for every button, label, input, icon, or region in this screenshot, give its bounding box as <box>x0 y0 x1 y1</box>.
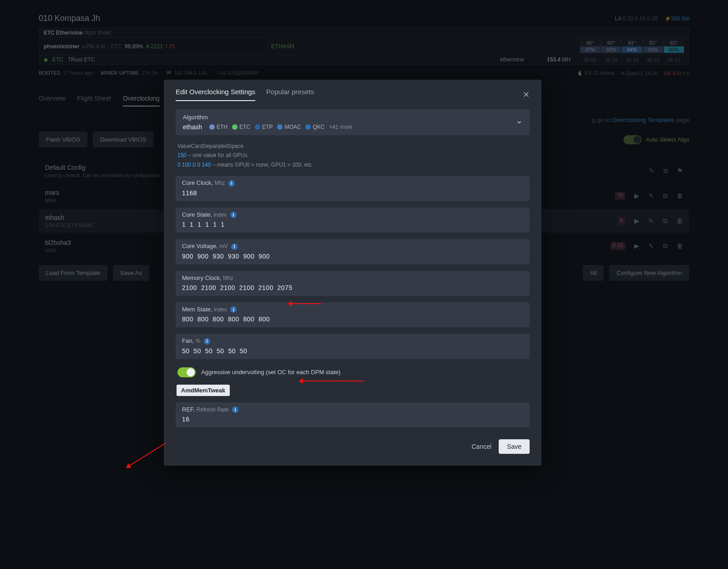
modal-tab-edit[interactable]: Edit Overclocking Settings <box>176 88 255 101</box>
save-button[interactable]: Save <box>499 439 530 454</box>
info-icon[interactable]: i <box>204 338 210 345</box>
core-voltage-input[interactable] <box>182 253 523 260</box>
annotation-arrow <box>300 381 364 381</box>
algorithm-dropdown[interactable]: Algorithm ethash ETH ETC ETP MOAC QKC +4… <box>176 109 530 135</box>
close-icon[interactable]: ✕ <box>523 91 530 99</box>
core-voltage-field[interactable]: Core Voltage, mV i <box>176 239 530 264</box>
info-icon[interactable]: i <box>231 244 238 250</box>
core-state-input[interactable] <box>182 221 523 228</box>
fan-input[interactable] <box>182 347 523 355</box>
value-format-help: ValueCardSeparatedSpace 150 – one value … <box>177 142 528 169</box>
info-icon[interactable]: i <box>228 180 235 187</box>
chevron-down-icon <box>516 119 522 126</box>
info-icon[interactable]: i <box>230 212 237 218</box>
amdmemtweak-badge[interactable]: AmdMemTweak <box>177 385 230 396</box>
core-state-field[interactable]: Core State, index i <box>176 208 530 233</box>
cancel-button[interactable]: Cancel <box>471 443 491 450</box>
overclocking-modal: Edit Overclocking Settings Popular prese… <box>164 80 541 466</box>
memory-clock-field[interactable]: Memory Clock, Mhz <box>176 271 530 296</box>
core-clock-input[interactable] <box>182 189 523 197</box>
memory-clock-input[interactable] <box>182 284 523 291</box>
core-clock-field[interactable]: Core Clock, Mhz i <box>176 176 530 201</box>
mem-state-input[interactable] <box>182 315 523 323</box>
info-icon[interactable]: i <box>230 306 237 313</box>
ref-field[interactable]: REF, Refresh Rate i <box>176 402 530 428</box>
ref-input[interactable] <box>182 416 523 423</box>
fan-field[interactable]: Fan, % i <box>176 334 530 359</box>
aggressive-undervolting-toggle[interactable]: Aggressive undervolting (set OC for each… <box>177 367 528 377</box>
annotation-arrow <box>289 303 321 304</box>
info-icon[interactable]: i <box>232 406 238 413</box>
modal-tab-presets[interactable]: Popular presets <box>266 88 314 101</box>
mem-state-field[interactable]: Mem State, index i <box>176 302 530 328</box>
